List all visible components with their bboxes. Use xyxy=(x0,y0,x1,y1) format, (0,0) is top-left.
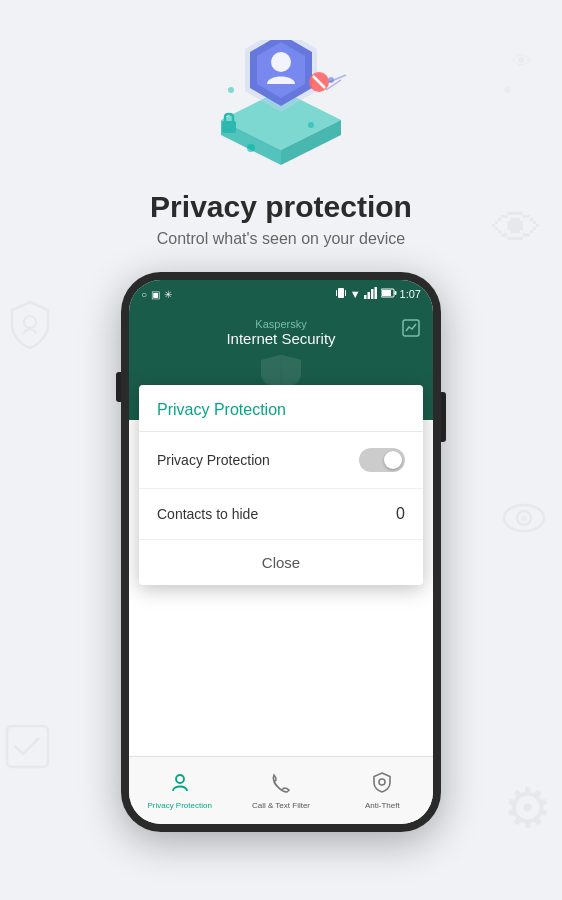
hero-subtitle: Control what's seen on your device xyxy=(157,230,406,248)
dialog-row-contacts[interactable]: Contacts to hide 0 xyxy=(139,489,423,540)
call-filter-nav-icon xyxy=(270,771,292,798)
svg-point-10 xyxy=(308,122,314,128)
svg-rect-24 xyxy=(345,290,346,296)
dialog-row-privacy: Privacy Protection xyxy=(139,432,423,489)
dialog-close-button[interactable]: Close xyxy=(139,540,423,585)
svg-rect-30 xyxy=(382,290,391,296)
phone-bottom-nav: Privacy Protection Call & Text Filter xyxy=(129,756,433,824)
nav-item-privacy[interactable]: Privacy Protection xyxy=(129,757,230,824)
nav-item-call-filter[interactable]: Call & Text Filter xyxy=(230,757,331,824)
nav-label-call-filter: Call & Text Filter xyxy=(252,801,310,810)
chart-icon[interactable] xyxy=(401,318,421,343)
svg-point-14 xyxy=(271,52,291,72)
hero-section: Privacy protection Control what's seen o… xyxy=(0,0,562,248)
contacts-hide-value: 0 xyxy=(396,505,405,523)
phone-mockup: ○ ▣ ✳ ▼ xyxy=(121,272,441,832)
anti-theft-nav-icon xyxy=(371,771,393,798)
privacy-nav-icon xyxy=(169,771,191,798)
battery-icon xyxy=(381,288,397,300)
svg-rect-26 xyxy=(367,292,370,299)
status-left-icons: ○ ▣ ✳ xyxy=(141,289,172,300)
svg-rect-23 xyxy=(336,290,337,296)
svg-rect-21 xyxy=(222,121,236,133)
status-icon-1: ○ xyxy=(141,289,147,300)
hero-title: Privacy protection xyxy=(150,190,412,224)
svg-point-9 xyxy=(247,144,255,152)
dialog-header: Privacy Protection xyxy=(139,385,423,432)
svg-rect-25 xyxy=(364,295,367,299)
vibrate-icon xyxy=(335,286,347,302)
privacy-protection-toggle[interactable] xyxy=(359,448,405,472)
svg-rect-31 xyxy=(394,291,396,295)
status-icon-3: ✳ xyxy=(164,289,172,300)
svg-point-15 xyxy=(228,87,234,93)
app-title: Internet Security xyxy=(141,330,421,347)
svg-point-33 xyxy=(176,775,184,783)
nav-label-anti-theft: Anti-Theft xyxy=(365,801,400,810)
svg-rect-27 xyxy=(371,289,374,299)
contacts-hide-label: Contacts to hide xyxy=(157,506,258,522)
hero-illustration xyxy=(201,40,361,180)
nav-item-anti-theft[interactable]: Anti-Theft xyxy=(332,757,433,824)
clock-time: 1:07 xyxy=(400,288,421,300)
privacy-protection-label: Privacy Protection xyxy=(157,452,270,468)
signal-icon xyxy=(364,287,378,301)
status-bar: ○ ▣ ✳ ▼ xyxy=(129,280,433,308)
svg-rect-28 xyxy=(374,287,377,299)
phone-wrapper: ○ ▣ ✳ ▼ xyxy=(0,272,562,832)
nav-label-privacy: Privacy Protection xyxy=(147,801,211,810)
svg-point-34 xyxy=(379,779,385,785)
phone-screen: ○ ▣ ✳ ▼ xyxy=(129,280,433,824)
status-right-icons: ▼ xyxy=(335,286,421,302)
dialog-title: Privacy Protection xyxy=(157,401,405,419)
svg-rect-22 xyxy=(338,288,344,298)
dialog: Privacy Protection Privacy Protection Co… xyxy=(139,385,423,585)
wifi-icon: ▼ xyxy=(350,288,361,300)
app-brand: Kaspersky xyxy=(141,318,421,330)
status-icon-2: ▣ xyxy=(151,289,160,300)
